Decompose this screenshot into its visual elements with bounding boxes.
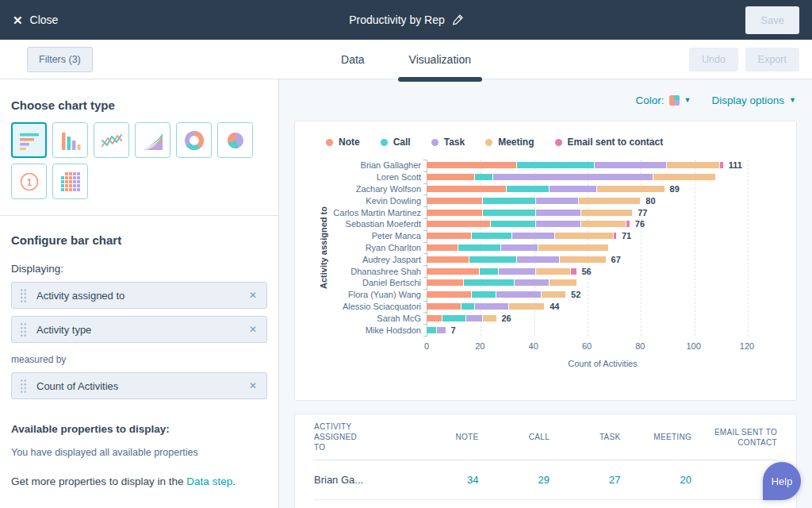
table-cell-value[interactable]: 20: [621, 474, 692, 486]
bar-segment[interactable]: [614, 233, 616, 239]
bar-segment[interactable]: [542, 291, 565, 298]
displaying-field[interactable]: Activity type ✕: [11, 316, 267, 343]
bar-segment[interactable]: [483, 315, 496, 321]
chart-type-single-value-button[interactable]: 1: [11, 164, 47, 199]
table-cell-value[interactable]: 34: [408, 474, 479, 486]
bar-segment[interactable]: [555, 233, 614, 239]
bar-segment[interactable]: [469, 256, 518, 263]
bar-segment[interactable]: [480, 268, 499, 275]
remove-field-icon[interactable]: ✕: [249, 324, 257, 335]
bar-segment[interactable]: [653, 174, 714, 180]
help-button[interactable]: Help: [763, 462, 801, 500]
bar-segment[interactable]: [536, 221, 581, 227]
close-button[interactable]: ✕ Close: [13, 13, 58, 26]
bar-segment[interactable]: [462, 303, 475, 310]
bar-segment[interactable]: [517, 256, 560, 263]
chart-type-table-button[interactable]: [52, 164, 88, 199]
bar-segment[interactable]: [550, 279, 576, 286]
bar-segment[interactable]: [427, 162, 517, 168]
bar-segment[interactable]: [512, 233, 555, 239]
bar-segment[interactable]: [560, 256, 605, 263]
table-header[interactable]: EMAIL SENT TO CONTACT: [691, 427, 777, 448]
bar-segment[interactable]: [427, 256, 469, 263]
bar-segment[interactable]: [472, 291, 496, 298]
bar-segment[interactable]: [427, 315, 442, 321]
chart-type-line-button[interactable]: [94, 122, 129, 158]
drag-handle-icon[interactable]: [20, 322, 27, 337]
table-cell-value[interactable]: 27: [550, 474, 621, 486]
bar-segment[interactable]: [427, 303, 462, 310]
table-header[interactable]: MEETING: [621, 432, 692, 442]
tab-visualization[interactable]: Visualization: [398, 40, 482, 79]
bar-segment[interactable]: [501, 244, 538, 251]
chart-type-pie-button[interactable]: [217, 122, 253, 158]
undo-button[interactable]: Undo: [689, 48, 738, 71]
remove-field-icon[interactable]: ✕: [249, 380, 257, 391]
bar-segment[interactable]: [509, 303, 544, 310]
bar-segment[interactable]: [499, 268, 536, 275]
bar-segment[interactable]: [427, 221, 491, 227]
drag-handle-icon[interactable]: [20, 288, 27, 303]
save-button[interactable]: Save: [745, 6, 799, 34]
bar-segment[interactable]: [427, 198, 483, 204]
table-header[interactable]: NOTE: [408, 432, 479, 442]
bar-segment[interactable]: [517, 162, 595, 168]
bar-segment[interactable]: [667, 162, 720, 168]
bar-segment[interactable]: [427, 174, 475, 180]
legend-item[interactable]: Note: [326, 137, 360, 148]
color-dropdown[interactable]: Color: ▼: [636, 94, 691, 106]
bar-segment[interactable]: [550, 186, 598, 192]
bar-segment[interactable]: [437, 327, 445, 333]
table-cell-value[interactable]: 29: [479, 474, 550, 486]
bar-segment[interactable]: [581, 221, 626, 227]
bar-segment[interactable]: [475, 174, 494, 180]
bar-segment[interactable]: [536, 198, 579, 204]
chart-type-area-button[interactable]: [135, 122, 170, 158]
bar-segment[interactable]: [496, 291, 542, 298]
data-step-link[interactable]: Data step: [186, 475, 232, 487]
bar-segment[interactable]: [483, 210, 536, 216]
tab-data[interactable]: Data: [330, 40, 376, 79]
chart-type-column-button[interactable]: [52, 122, 88, 158]
bar-segment[interactable]: [597, 186, 664, 192]
bar-segment[interactable]: [427, 291, 472, 298]
displaying-field[interactable]: Activity assigned to ✕: [11, 282, 267, 309]
drag-handle-icon[interactable]: [20, 379, 27, 394]
legend-item[interactable]: Email sent to contact: [555, 137, 664, 148]
table-header[interactable]: TASK: [550, 432, 621, 442]
bar-segment[interactable]: [464, 279, 515, 286]
bar-segment[interactable]: [427, 279, 464, 286]
table-header[interactable]: ACTIVITY ASSIGNED TO: [314, 421, 408, 452]
bar-segment[interactable]: [472, 233, 512, 239]
bar-segment[interactable]: [581, 210, 632, 216]
bar-segment[interactable]: [427, 210, 483, 216]
bar-segment[interactable]: [720, 162, 722, 168]
bar-segment[interactable]: [579, 198, 640, 204]
bar-segment[interactable]: [475, 303, 510, 310]
bar-segment[interactable]: [458, 244, 501, 251]
bar-segment[interactable]: [427, 186, 507, 192]
legend-item[interactable]: Call: [381, 137, 411, 148]
table-header[interactable]: CALL: [479, 432, 550, 442]
bar-segment[interactable]: [626, 221, 629, 227]
bar-segment[interactable]: [493, 174, 653, 180]
filters-button[interactable]: Filters (3): [27, 47, 93, 72]
bar-segment[interactable]: [442, 315, 466, 321]
measure-field[interactable]: Count of Activities ✕: [11, 372, 267, 399]
bar-segment[interactable]: [483, 198, 536, 204]
remove-field-icon[interactable]: ✕: [249, 290, 257, 301]
bar-segment[interactable]: [536, 268, 571, 275]
bar-segment[interactable]: [538, 244, 608, 251]
chart-type-donut-button[interactable]: [176, 122, 212, 158]
bar-segment[interactable]: [427, 327, 437, 333]
legend-item[interactable]: Meeting: [485, 137, 534, 148]
bar-segment[interactable]: [491, 221, 536, 227]
bar-segment[interactable]: [536, 210, 581, 216]
display-options-dropdown[interactable]: Display options ▼: [712, 94, 796, 106]
bar-segment[interactable]: [427, 233, 472, 239]
bar-segment[interactable]: [515, 279, 550, 286]
bar-segment[interactable]: [427, 244, 458, 251]
bar-segment[interactable]: [571, 268, 576, 275]
bar-segment[interactable]: [427, 268, 480, 275]
legend-item[interactable]: Task: [431, 137, 465, 148]
